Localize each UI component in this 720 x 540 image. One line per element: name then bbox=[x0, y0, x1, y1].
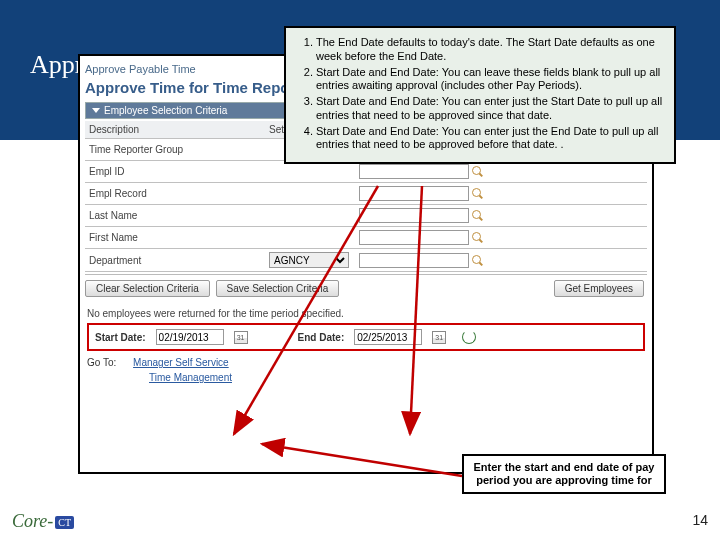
get-employees-button[interactable]: Get Employees bbox=[554, 280, 644, 297]
department-input[interactable] bbox=[359, 253, 469, 268]
instruction-item: Start Date and End Date: You can enter j… bbox=[316, 95, 664, 123]
table-row: First Name bbox=[85, 227, 647, 249]
calendar-icon[interactable]: 31 bbox=[234, 331, 248, 344]
row-label: Empl Record bbox=[85, 183, 265, 205]
status-message: No employees were returned for the time … bbox=[87, 308, 645, 319]
row-label: First Name bbox=[85, 227, 265, 249]
section-header-label: Employee Selection Criteria bbox=[104, 105, 227, 116]
start-date-input[interactable] bbox=[156, 329, 224, 345]
empl-record-input[interactable] bbox=[359, 186, 469, 201]
last-name-input[interactable] bbox=[359, 208, 469, 223]
logo: Core-CT bbox=[12, 511, 74, 532]
emplid-input[interactable] bbox=[359, 164, 469, 179]
department-setid-select[interactable]: AGNCY bbox=[269, 252, 349, 268]
lookup-icon[interactable] bbox=[472, 255, 484, 267]
refresh-icon[interactable] bbox=[462, 330, 476, 344]
goto-manager-self-service-link[interactable]: Manager Self Service bbox=[133, 357, 229, 368]
lookup-icon[interactable] bbox=[472, 232, 484, 244]
clear-criteria-button[interactable]: Clear Selection Criteria bbox=[85, 280, 210, 297]
date-range-row: Start Date: 31 End Date: 31 bbox=[87, 323, 645, 351]
instruction-item: Start Date and End Date: You can leave t… bbox=[316, 66, 664, 94]
lookup-icon[interactable] bbox=[472, 166, 484, 178]
row-label: Empl ID bbox=[85, 161, 265, 183]
goto-time-management-link[interactable]: Time Management bbox=[149, 372, 645, 383]
goto-label: Go To: bbox=[87, 357, 116, 368]
col-description: Description bbox=[85, 121, 265, 139]
instruction-callout: The End Date defaults to today's date. T… bbox=[284, 26, 676, 164]
end-date-input[interactable] bbox=[354, 329, 422, 345]
collapse-icon[interactable] bbox=[92, 108, 100, 113]
instruction-item: Start Date and End Date: You can enter j… bbox=[316, 125, 664, 153]
table-row: Last Name bbox=[85, 205, 647, 227]
table-row: Department AGNCY bbox=[85, 249, 647, 272]
instruction-item: The End Date defaults to today's date. T… bbox=[316, 36, 664, 64]
row-label: Time Reporter Group bbox=[85, 139, 265, 161]
calendar-icon[interactable]: 31 bbox=[432, 331, 446, 344]
lookup-icon[interactable] bbox=[472, 210, 484, 222]
lookup-icon[interactable] bbox=[472, 188, 484, 200]
logo-badge: CT bbox=[55, 516, 74, 529]
row-label: Department bbox=[85, 249, 265, 272]
start-date-label: Start Date: bbox=[95, 332, 146, 343]
save-criteria-button[interactable]: Save Selection Criteria bbox=[216, 280, 340, 297]
table-row: Empl Record bbox=[85, 183, 647, 205]
row-label: Last Name bbox=[85, 205, 265, 227]
page-number: 14 bbox=[692, 512, 708, 528]
first-name-input[interactable] bbox=[359, 230, 469, 245]
bottom-callout: Enter the start and end date of pay peri… bbox=[462, 454, 666, 494]
end-date-label: End Date: bbox=[298, 332, 345, 343]
